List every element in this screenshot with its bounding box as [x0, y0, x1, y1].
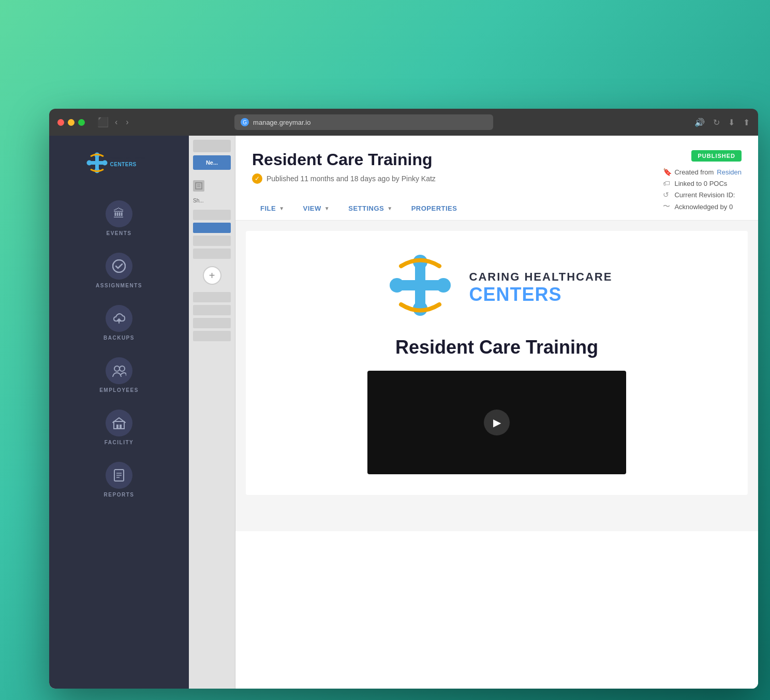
- svg-text:CARING HEALTHCARE: CARING HEALTHCARE: [110, 156, 146, 159]
- url-text: manage.greymar.io: [253, 119, 310, 126]
- assignments-icon: [106, 253, 132, 280]
- meta-linked-to: 🏷 Linked to 0 POCs: [663, 179, 742, 187]
- sidebar-item-facility[interactable]: FACILITY: [49, 401, 189, 454]
- document-header: Resident Care Training ✓ Published 11 mo…: [235, 136, 758, 221]
- meta-list: 🔖 Created from Residen 🏷 Linked to 0 POC…: [663, 168, 742, 211]
- browser-window: ⬛ ‹ › G manage.greymar.io 🔊 ↻ ⬇ ⬆: [49, 109, 758, 689]
- address-bar[interactable]: G manage.greymar.io: [234, 114, 493, 130]
- panel-list-item[interactable]: [193, 236, 231, 246]
- browser-controls: ⬛ ‹ ›: [95, 116, 131, 128]
- events-icon: 🏛: [106, 200, 132, 227]
- search-bar-placeholder: [193, 140, 231, 152]
- app-logo: CARING HEALTHCARE CENTERS: [77, 146, 161, 180]
- panel-list-item[interactable]: [193, 249, 231, 259]
- add-content-button[interactable]: +: [203, 266, 221, 285]
- share-icon[interactable]: ⬆: [743, 118, 750, 127]
- icon-row: [193, 178, 231, 194]
- svg-rect-18: [196, 183, 202, 189]
- svg-point-9: [114, 366, 120, 371]
- reports-icon: [106, 462, 132, 489]
- spacer: [193, 173, 231, 175]
- list-icon: [193, 180, 204, 192]
- play-button[interactable]: ▶: [484, 410, 510, 435]
- document-title: Resident Care Training: [252, 150, 436, 169]
- sidebar-item-backups[interactable]: BACKUPS: [49, 297, 189, 349]
- panel-list-item[interactable]: [193, 318, 231, 328]
- company-name: CARING HEALTHCARE CENTERS: [469, 270, 613, 305]
- meta-current-revision: ↺ Current Revision ID:: [663, 191, 742, 199]
- svg-rect-12: [116, 425, 119, 429]
- employees-icon: [106, 357, 132, 384]
- backups-icon: [106, 305, 132, 332]
- sidebar-item-assignments[interactable]: ASSIGNMENTS: [49, 244, 189, 297]
- download-icon[interactable]: ⬇: [728, 118, 735, 127]
- site-favicon: G: [241, 118, 249, 126]
- panel-list-item[interactable]: [193, 210, 231, 220]
- sidebar-item-label: EVENTS: [106, 230, 131, 236]
- secondary-panel: Ne... Sh... +: [189, 136, 235, 689]
- view-chevron-icon: ▼: [324, 206, 330, 211]
- file-label: FILE: [260, 205, 276, 212]
- published-check-icon: ✓: [252, 173, 262, 184]
- company-logo: CARING HEALTHCARE CENTERS: [85, 146, 153, 180]
- created-from-link[interactable]: Residen: [717, 168, 742, 176]
- panel-list-item[interactable]: [193, 292, 231, 302]
- panel-list-item[interactable]: [193, 331, 231, 341]
- settings-label: SETTINGS: [348, 205, 384, 212]
- maximize-button[interactable]: [78, 119, 85, 126]
- toolbar-properties[interactable]: PROPERTIES: [403, 198, 466, 220]
- toolbar-file[interactable]: FILE ▼: [252, 198, 293, 220]
- sidebar-toggle-icon[interactable]: ⬛: [97, 116, 109, 128]
- facility-icon: [106, 410, 132, 436]
- document-subtitle: ✓ Published 11 months and 18 days ago by…: [252, 173, 436, 184]
- svg-rect-5: [90, 161, 105, 165]
- document-card: CARING HEALTHCARE CENTERS Resident Care …: [246, 231, 748, 495]
- volume-icon[interactable]: 🔊: [694, 118, 705, 127]
- sidebar-item-label: REPORTS: [104, 492, 135, 498]
- panel-list-item[interactable]: [193, 305, 231, 315]
- company-line2: CENTERS: [469, 284, 613, 305]
- doc-header-top: Resident Care Training ✓ Published 11 mo…: [252, 150, 742, 194]
- reload-icon[interactable]: ↻: [713, 118, 720, 127]
- svg-point-8: [113, 260, 125, 272]
- favicon-text: G: [243, 120, 247, 125]
- svg-text:CENTERS: CENTERS: [110, 162, 137, 167]
- status-badge: PUBLISHED: [691, 150, 742, 162]
- svg-rect-13: [120, 425, 122, 429]
- sidebar-item-reports[interactable]: REPORTS: [49, 454, 189, 506]
- video-player[interactable]: ▶: [367, 371, 626, 474]
- acknowledged-by-text: Acknowledged by 0: [674, 203, 733, 211]
- forward-icon[interactable]: ›: [124, 116, 130, 128]
- toolbar-view[interactable]: VIEW ▼: [295, 198, 338, 220]
- properties-label: PROPERTIES: [411, 205, 457, 212]
- subtitle-text: Published 11 months and 18 days ago by P…: [266, 174, 436, 183]
- svg-rect-11: [114, 421, 124, 429]
- training-title: Resident Care Training: [395, 337, 598, 358]
- panel-list-item[interactable]: [193, 223, 231, 233]
- doc-title-area: Resident Care Training ✓ Published 11 mo…: [252, 150, 436, 194]
- sidebar-item-label: ASSIGNMENTS: [96, 283, 142, 288]
- sidebar-item-employees[interactable]: EMPLOYEES: [49, 349, 189, 401]
- svg-rect-26: [397, 280, 443, 290]
- new-button[interactable]: Ne...: [193, 155, 231, 170]
- sidebar-item-label: FACILITY: [105, 440, 134, 445]
- more-panel-items: [193, 292, 231, 341]
- panel-items: [193, 210, 231, 259]
- current-revision-text: Current Revision ID:: [674, 191, 735, 199]
- minimize-button[interactable]: [68, 119, 75, 126]
- acknowledge-icon: 〜: [663, 202, 671, 211]
- back-icon[interactable]: ‹: [113, 116, 120, 128]
- toolbar-settings[interactable]: SETTINGS ▼: [340, 198, 401, 220]
- document-body: CARING HEALTHCARE CENTERS Resident Care …: [235, 221, 758, 531]
- linked-to-text: Linked to 0 POCs: [674, 180, 727, 187]
- svg-point-10: [120, 366, 125, 371]
- meta-acknowledged-by: 〜 Acknowledged by 0: [663, 202, 742, 211]
- settings-chevron-icon: ▼: [387, 206, 392, 211]
- created-from-label: Created from: [674, 168, 714, 176]
- close-button[interactable]: [57, 119, 64, 126]
- sidebar-item-events[interactable]: 🏛 EVENTS: [49, 192, 189, 244]
- company-line1: CARING HEALTHCARE: [469, 270, 613, 284]
- company-logo-area: CARING HEALTHCARE CENTERS: [381, 252, 613, 324]
- browser-right-controls: 🔊 ↻ ⬇ ⬆: [694, 118, 750, 127]
- traffic-lights: [57, 119, 85, 126]
